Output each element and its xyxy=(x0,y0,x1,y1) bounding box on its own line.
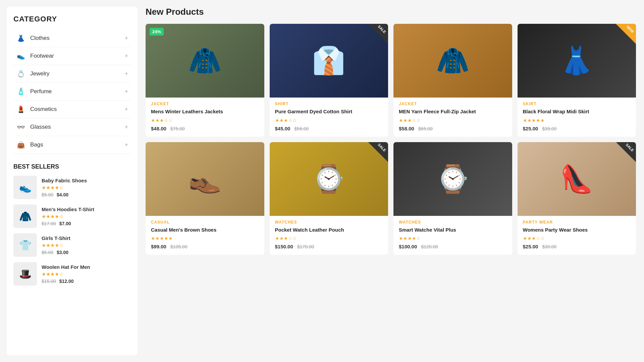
product-category-mens-winter-jacket: JACKET xyxy=(151,102,259,106)
product-card-pure-garment-shirt[interactable]: SALE 👔 SHIRT Pure Garment Dyed Cotton Sh… xyxy=(270,24,388,137)
best-seller-new-price-mens-hoodies: $7.00 xyxy=(59,221,71,226)
product-prices-mens-winter-jacket: $48.00 $75.00 xyxy=(151,126,259,131)
best-seller-stars-girls-tshirt: ★★★★☆ xyxy=(42,242,131,248)
product-category-pure-garment-shirt: SHIRT xyxy=(275,102,383,106)
product-price-new-womens-party-shoes: $25.00 xyxy=(523,244,538,249)
best-sellers-list: 👟 Baby Fabric Shoes ★★★★☆ $5.00 $4.00 🧥 … xyxy=(13,176,131,286)
product-price-old-smart-watch-vital: $120.00 xyxy=(421,244,438,249)
product-icon-womens-party-shoes: 👠 xyxy=(560,163,593,195)
best-seller-name-woolen-hat: Woolen Hat For Men xyxy=(42,264,131,270)
best-seller-new-price-baby-fabric-shoes: $4.00 xyxy=(57,192,68,197)
product-price-new-men-yarn-jacket: $58.00 xyxy=(399,126,414,131)
product-image-mens-winter-jacket: 24% 🧥 xyxy=(146,24,264,98)
product-name-pure-garment-shirt: Pure Garment Dyed Cotton Shirt xyxy=(275,108,383,115)
best-seller-name-baby-fabric-shoes: Baby Fabric Shoes xyxy=(42,178,131,183)
best-seller-woolen-hat[interactable]: 🎩 Woolen Hat For Men ★★★★☆ $15.00 $12.00 xyxy=(13,262,131,286)
best-seller-prices-mens-hoodies: $17.00 $7.00 xyxy=(42,221,131,226)
product-price-new-mens-winter-jacket: $48.00 xyxy=(151,126,166,131)
product-stars-smart-watch-vital: ★★★★☆ xyxy=(399,236,507,241)
product-name-smart-watch-vital: Smart Watche Vital Plus xyxy=(399,227,507,233)
badge-sale-womens-party-shoes: SALE xyxy=(616,142,636,162)
product-image-casual-brown-shoes: 👞 xyxy=(146,142,264,216)
jewelry-icon: 💍 xyxy=(16,69,25,78)
product-prices-men-yarn-jacket: $58.00 $65.00 xyxy=(399,126,507,131)
product-card-pocket-watch[interactable]: SALE ⌚ WATCHES Pocket Watch Leather Pouc… xyxy=(270,142,388,255)
sidebar-item-jewelry[interactable]: 💍 Jewelry + xyxy=(13,65,131,83)
product-info-black-floral-skirt: SKIRT Black Floral Wrap Midi Skirt ★★★★★… xyxy=(518,98,636,131)
best-seller-new-price-girls-tshirt: $3.00 xyxy=(57,250,68,255)
product-icon-pure-garment-shirt: 👔 xyxy=(312,45,345,76)
best-seller-new-price-woolen-hat: $12.00 xyxy=(59,279,74,284)
product-card-mens-winter-jacket[interactable]: 24% 🧥 JACKET Mens Winter Leathers Jacket… xyxy=(146,24,264,137)
product-name-pocket-watch: Pocket Watch Leather Pouch xyxy=(275,227,383,233)
main-content: New Products 24% 🧥 JACKET Mens Winter Le… xyxy=(138,0,644,362)
expand-footwear-icon[interactable]: + xyxy=(124,53,128,60)
product-price-new-smart-watch-vital: $100.00 xyxy=(399,244,417,249)
expand-clothes-icon[interactable]: + xyxy=(124,35,128,42)
category-label-jewelry: Jewelry xyxy=(30,70,124,77)
best-seller-old-price-mens-hoodies: $17.00 xyxy=(42,221,56,226)
product-category-casual-brown-shoes: CASUAL xyxy=(151,220,259,225)
product-price-old-pure-garment-shirt: $56.00 xyxy=(294,126,309,131)
product-price-new-casual-brown-shoes: $99.00 xyxy=(151,244,166,249)
expand-bags-icon[interactable]: + xyxy=(124,141,128,148)
product-image-womens-party-shoes: SALE 👠 xyxy=(518,142,636,216)
product-stars-casual-brown-shoes: ★★★★★ xyxy=(151,236,259,241)
page-title: New Products xyxy=(146,7,636,17)
sidebar-item-cosmetics[interactable]: 💄 Cosmetics + xyxy=(13,101,131,118)
product-name-casual-brown-shoes: Casual Men's Brown Shoes xyxy=(151,227,259,233)
best-seller-old-price-girls-tshirt: $5.00 xyxy=(42,250,53,255)
best-seller-mens-hoodies[interactable]: 🧥 Men's Hoodies T-Shirt ★★★★☆ $17.00 $7.… xyxy=(13,204,131,228)
best-seller-stars-mens-hoodies: ★★★★☆ xyxy=(42,214,131,220)
best-seller-info-girls-tshirt: Girls T-Shirt ★★★★☆ $5.00 $3.00 xyxy=(42,235,131,255)
product-price-old-black-floral-skirt: $35.00 xyxy=(542,126,557,131)
best-seller-girls-tshirt[interactable]: 👕 Girls T-Shirt ★★★★☆ $5.00 $3.00 xyxy=(13,233,131,257)
product-stars-pure-garment-shirt: ★★★☆☆ xyxy=(275,118,383,123)
best-seller-old-price-woolen-hat: $15.00 xyxy=(42,279,56,284)
product-prices-womens-party-shoes: $25.00 $30.00 xyxy=(523,244,631,249)
badge-percent-mens-winter-jacket: 24% xyxy=(150,28,164,36)
product-image-pocket-watch: SALE ⌚ xyxy=(270,142,388,216)
category-label-bags: Bags xyxy=(30,141,124,148)
product-icon-men-yarn-jacket: 🧥 xyxy=(436,45,470,76)
product-card-casual-brown-shoes[interactable]: 👞 CASUAL Casual Men's Brown Shoes ★★★★★ … xyxy=(146,142,264,255)
expand-jewelry-icon[interactable]: + xyxy=(124,70,128,77)
product-info-womens-party-shoes: PARTY WEAR Womens Party Wear Shoes ★★★☆☆… xyxy=(518,216,636,250)
product-prices-casual-brown-shoes: $99.00 $105.00 xyxy=(151,244,259,249)
product-price-old-pocket-watch: $170.00 xyxy=(297,244,314,249)
product-card-womens-party-shoes[interactable]: SALE 👠 PARTY WEAR Womens Party Wear Shoe… xyxy=(518,142,636,255)
product-price-new-black-floral-skirt: $25.00 xyxy=(523,126,538,131)
badge-sale-pocket-watch: SALE xyxy=(368,142,388,162)
expand-perfume-icon[interactable]: + xyxy=(124,88,128,95)
product-stars-men-yarn-jacket: ★★★☆☆ xyxy=(399,118,507,123)
product-info-smart-watch-vital: WATCHES Smart Watche Vital Plus ★★★★☆ $1… xyxy=(393,216,512,250)
category-label-glasses: Glasses xyxy=(30,124,124,130)
product-stars-pocket-watch: ★★★☆☆ xyxy=(275,236,383,241)
sidebar-item-clothes[interactable]: 👗 Clothes + xyxy=(13,29,131,47)
sidebar-item-perfume[interactable]: 🧴 Perfume + xyxy=(13,83,131,101)
product-prices-pure-garment-shirt: $45.00 $56.00 xyxy=(275,126,383,131)
cosmetics-icon: 💄 xyxy=(16,105,25,114)
product-card-smart-watch-vital[interactable]: ⌚ WATCHES Smart Watche Vital Plus ★★★★☆ … xyxy=(393,142,512,255)
product-card-men-yarn-jacket[interactable]: 🧥 JACKET MEN Yarn Fleece Full-Zip Jacket… xyxy=(393,24,512,137)
best-seller-baby-fabric-shoes[interactable]: 👟 Baby Fabric Shoes ★★★★☆ $5.00 $4.00 xyxy=(13,176,131,199)
sidebar-item-footwear[interactable]: 👟 Footwear + xyxy=(13,47,131,65)
product-stars-mens-winter-jacket: ★★★☆☆ xyxy=(151,118,259,123)
badge-sale-pure-garment-shirt: SALE xyxy=(368,24,388,44)
product-card-black-floral-skirt[interactable]: NEW 👗 SKIRT Black Floral Wrap Midi Skirt… xyxy=(518,24,636,137)
expand-glasses-icon[interactable]: + xyxy=(124,124,128,131)
product-icon-black-floral-skirt: 👗 xyxy=(560,45,593,76)
best-seller-info-woolen-hat: Woolen Hat For Men ★★★★☆ $15.00 $12.00 xyxy=(42,264,131,284)
clothes-icon: 👗 xyxy=(16,34,25,43)
product-name-black-floral-skirt: Black Floral Wrap Midi Skirt xyxy=(523,108,631,115)
sidebar-item-glasses[interactable]: 👓 Glasses + xyxy=(13,118,131,136)
product-price-old-men-yarn-jacket: $65.00 xyxy=(418,126,433,131)
best-seller-prices-girls-tshirt: $5.00 $3.00 xyxy=(42,250,131,255)
sidebar-item-bags[interactable]: 👜 Bags + xyxy=(13,136,131,154)
best-seller-name-girls-tshirt: Girls T-Shirt xyxy=(42,235,131,241)
perfume-icon: 🧴 xyxy=(16,87,25,96)
product-image-smart-watch-vital: ⌚ xyxy=(393,142,512,216)
category-label-perfume: Perfume xyxy=(30,88,124,95)
product-price-old-mens-winter-jacket: $75.00 xyxy=(170,126,185,131)
expand-cosmetics-icon[interactable]: + xyxy=(124,106,128,113)
